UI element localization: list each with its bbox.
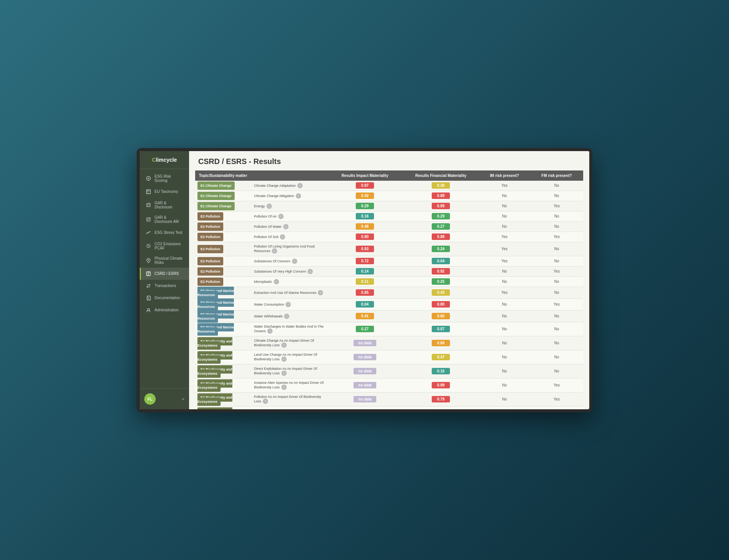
im-score-cell: no data <box>327 336 403 350</box>
fm-score-cell: 0.89 <box>403 201 479 211</box>
category-cell: E2 Pollution <box>195 256 251 266</box>
topic-cell: Climate Change Mitigationi <box>251 191 327 201</box>
im-score-badge: 0.42 <box>356 192 374 199</box>
info-icon[interactable]: i <box>292 259 297 264</box>
info-icon[interactable]: i <box>267 328 273 334</box>
im-score-badge: no data <box>353 354 376 360</box>
fm-risk-cell: Yes <box>530 201 583 211</box>
results-table-wrapper[interactable]: Topic/Sustainability matter Results Impa… <box>189 170 589 409</box>
info-icon[interactable]: i <box>318 290 323 295</box>
im-risk-cell: No <box>479 350 530 364</box>
fm-risk-cell: Yes <box>530 406 583 409</box>
info-icon[interactable]: i <box>263 399 268 404</box>
info-icon[interactable]: i <box>281 371 287 376</box>
topic-cell: Direct Exploitation As An Impact Driver … <box>251 364 327 378</box>
topic-cell: Extraction And Use Of Marine Resourcesi <box>251 287 327 298</box>
info-icon[interactable]: i <box>283 224 289 229</box>
logo-text: Climcycle <box>152 157 177 163</box>
table-row: E4 Biodiversity and EcosystemsPollution … <box>195 392 583 406</box>
fm-risk-cell: No <box>530 364 583 378</box>
info-icon[interactable]: i <box>308 269 313 274</box>
im-score-cell: 0.93 <box>327 242 403 256</box>
sidebar-label: CSRD / ESRS <box>155 271 179 276</box>
sidebar-label: Physical Climate Risks <box>155 256 185 265</box>
im-score-badge: no data <box>353 340 376 346</box>
im-risk-cell: Yes <box>479 181 530 191</box>
im-risk-cell: No <box>479 392 530 406</box>
avatar[interactable]: FL <box>144 393 156 405</box>
info-icon[interactable]: i <box>274 279 279 284</box>
info-icon[interactable]: i <box>272 248 277 254</box>
table-row: E4 Biodiversity and EcosystemsClimate Ch… <box>195 336 583 350</box>
info-icon[interactable]: i <box>284 314 289 319</box>
fm-score-cell: 0.99 <box>403 378 479 392</box>
collapse-button[interactable]: « <box>182 396 185 402</box>
fm-score-badge: 0.36 <box>432 182 450 189</box>
sidebar-item-eu-taxonomy[interactable]: EU Taxonomy <box>140 186 189 198</box>
sidebar-item-gar-disclosure-am[interactable]: GAR & Disclosure AM <box>140 212 189 227</box>
im-risk-cell: No <box>479 276 530 287</box>
table-row: E3 Water and Marine ResourcesExtraction … <box>195 287 583 298</box>
sidebar-item-documentation[interactable]: Documentation <box>140 292 189 304</box>
sidebar-item-administration[interactable]: Administration <box>140 304 189 316</box>
im-score-cell: 0.27 <box>327 322 403 336</box>
sidebar-item-esg-stress-test[interactable]: ESG Stress Test <box>140 227 189 239</box>
topic-cell: Energyi <box>251 201 327 211</box>
fm-score-badge: 0.92 <box>432 268 450 274</box>
sidebar-label: GAR & Disclosure <box>155 201 185 209</box>
fm-risk-cell: No <box>530 221 583 232</box>
sidebar-item-gar-disclosure[interactable]: GAR & Disclosure <box>140 198 189 212</box>
im-score-badge: no data <box>353 382 376 388</box>
table-row: E2 PollutionSubstances Of Very High Conc… <box>195 266 583 276</box>
sidebar-label: Documentation <box>155 296 180 300</box>
info-icon[interactable]: i <box>296 193 301 199</box>
im-risk-cell: No <box>479 322 530 336</box>
category-cell: E4 Biodiversity and Ecosystems <box>195 350 251 364</box>
csrd-esrs-icon <box>145 271 151 277</box>
table-row: E4 Biodiversity and EcosystemsLand Use C… <box>195 350 583 364</box>
im-score-cell: 0.14 <box>327 266 403 276</box>
im-score-badge: 0.29 <box>356 203 374 209</box>
info-icon[interactable]: i <box>281 342 287 348</box>
app-logo: Climcycle <box>140 151 189 169</box>
category-cell: E4 Biodiversity and Ecosystems <box>195 364 251 378</box>
table-row: E3 Water and Marine ResourcesWater Consu… <box>195 298 583 310</box>
topic-cell: Invasive Alien Species As An Impact Driv… <box>251 378 327 392</box>
im-risk-cell: No <box>479 266 530 276</box>
fm-risk-cell: Yes <box>530 378 583 392</box>
im-risk-cell: No <box>479 310 530 322</box>
info-icon[interactable]: i <box>267 203 272 209</box>
info-icon[interactable]: i <box>281 385 287 390</box>
im-score-badge: no data <box>353 396 376 402</box>
category-cell: E3 Water and Marine Resources <box>195 310 251 322</box>
sidebar-item-physical-climate-risks[interactable]: Physical Climate Risks <box>140 253 189 268</box>
fm-score-badge: 0.79 <box>432 396 450 402</box>
info-icon[interactable]: i <box>280 234 285 240</box>
topic-cell: Pollution Of Living Organisms And Food R… <box>251 242 327 256</box>
main-content: CSRD / ESRS - Results Topic/Sustainabili… <box>189 151 589 409</box>
im-score-badge: 0.80 <box>356 233 374 240</box>
fm-score-badge: 0.25 <box>432 278 450 285</box>
sidebar-item-transactions[interactable]: Transactions <box>140 280 189 292</box>
info-icon[interactable]: i <box>286 302 291 307</box>
info-icon[interactable]: i <box>278 214 284 219</box>
category-cell: E2 Pollution <box>195 276 251 287</box>
esg-stress-test-icon <box>145 230 151 236</box>
topic-cell: Climate Change As An Impact Driver Of Bi… <box>251 336 327 350</box>
im-score-badge: no data <box>353 368 376 374</box>
sidebar-label: GAR & Disclosure AM <box>155 215 185 224</box>
info-icon[interactable]: i <box>297 183 303 188</box>
im-risk-cell: No <box>479 378 530 392</box>
fm-score-badge: 0.27 <box>432 223 450 230</box>
sidebar-item-co2-emissions-pcaf[interactable]: CO2 Emissions PCAF <box>140 239 189 253</box>
im-risk-cell: No <box>479 221 530 232</box>
fm-score-badge: 0.29 <box>432 213 450 219</box>
category-cell: E2 Pollution <box>195 242 251 256</box>
fm-score-cell: 0.24 <box>403 242 479 256</box>
im-score-cell: no data <box>327 378 403 392</box>
sidebar-label: EU Taxonomy <box>155 189 178 194</box>
fm-risk-cell: No <box>530 191 583 201</box>
sidebar-item-esg-risk-scoring[interactable]: ESG Risk Scoring <box>140 171 189 186</box>
sidebar-item-csrd-esrs[interactable]: CSRD / ESRS <box>140 268 189 280</box>
info-icon[interactable]: i <box>281 357 287 362</box>
